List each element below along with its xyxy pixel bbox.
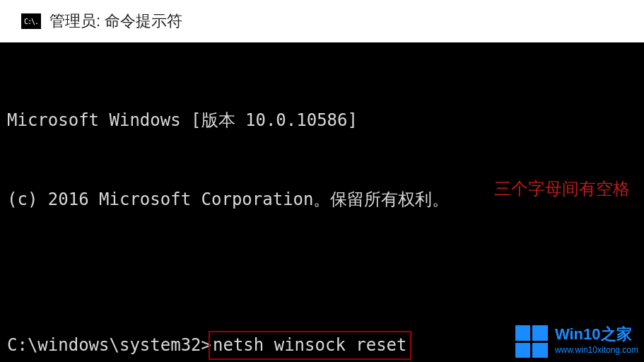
banner-version: Microsoft Windows [版本 10.0.10586] <box>7 107 637 134</box>
windows-logo-icon <box>515 325 548 358</box>
command-highlight: netsh winsock reset <box>209 331 411 360</box>
window-titlebar: C:\. 管理员: 命令提示符 <box>0 0 644 42</box>
terminal-output[interactable]: Microsoft Windows [版本 10.0.10586] (c) 20… <box>0 42 644 362</box>
prompt-path: C:\windows\system32> <box>7 335 211 355</box>
command-text: netsh winsock reset <box>213 335 407 355</box>
watermark-url: www.win10xitong.com <box>555 344 638 357</box>
cmd-icon: C:\. <box>21 13 41 29</box>
watermark: Win10之家 www.win10xitong.com <box>515 325 638 358</box>
window-title: 管理员: 命令提示符 <box>49 11 182 32</box>
annotation-text: 三个字母间有空格 <box>494 175 630 202</box>
watermark-title: Win10之家 <box>555 327 638 342</box>
